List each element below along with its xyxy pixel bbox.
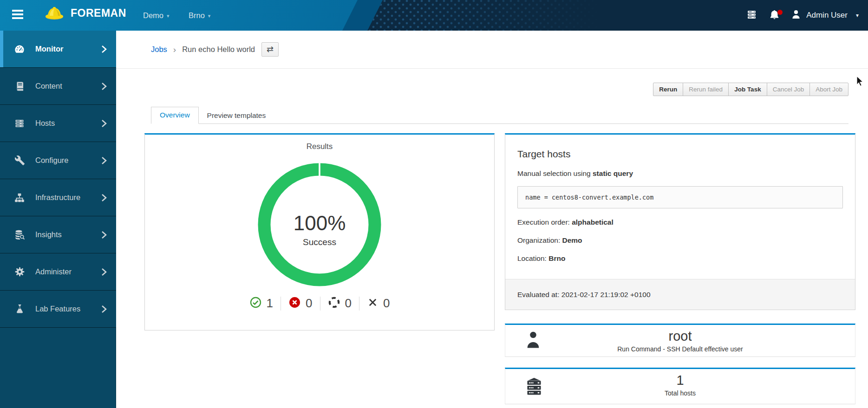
success-check-circle-icon: [249, 296, 262, 311]
selection-mode-prefix: Manual selection using: [517, 169, 593, 177]
host-query-box: name = centos8-convert.example.com: [517, 186, 843, 208]
user-icon: [790, 9, 802, 22]
notification-badge: [777, 10, 783, 15]
sidebar-item-administer[interactable]: Administer: [0, 253, 116, 291]
rerun-button[interactable]: Rerun: [653, 83, 683, 96]
effective-user-description: Run Command - SSH Default effective user: [505, 345, 855, 353]
chevron-down-icon: ▾: [167, 12, 170, 19]
total-hosts-label: Total hosts: [505, 389, 855, 397]
selection-mode-value: static query: [593, 169, 633, 177]
sidebar-item-label: Lab Features: [35, 304, 80, 313]
execution-order-line: Execution order: alphabetical: [517, 218, 843, 227]
chevron-right-icon: [101, 119, 107, 128]
masthead: FOREMAN Demo ▾ Brno ▾: [0, 0, 868, 31]
gear-icon: [14, 266, 25, 278]
swap-arrows-icon: ⇄: [267, 45, 274, 54]
organization-line: Organization: Demo: [517, 236, 843, 245]
sidebar-item-content[interactable]: Content: [0, 68, 116, 105]
job-task-button[interactable]: Job Task: [728, 83, 767, 96]
flask-icon: [14, 304, 25, 315]
results-card: Results 100% Success 1: [144, 133, 495, 330]
evaluated-at-text: Evaluated at: 2021-02-17 21:19:02 +0100: [517, 291, 651, 299]
organization-menu-label: Demo: [143, 11, 163, 20]
masthead-right-toolbar: Admin User ▾: [740, 0, 859, 31]
user-menu[interactable]: Admin User ▾: [786, 9, 859, 22]
cancel-job-button[interactable]: Cancel Job: [767, 83, 810, 96]
chevron-right-icon: [101, 45, 107, 53]
rerun-failed-button[interactable]: Rerun failed: [683, 83, 729, 96]
location-line: Location: Brno: [517, 254, 843, 263]
total-hosts-card: 1 Total hosts: [505, 368, 855, 404]
notifications-button[interactable]: [763, 6, 786, 25]
effective-user-name: root: [505, 329, 855, 344]
sidebar-item-label: Configure: [35, 156, 69, 165]
location-label: Location:: [517, 254, 548, 262]
effective-user-card: root Run Command - SSH Default effective…: [505, 324, 855, 357]
foreman-helmet-logo-icon: [44, 3, 65, 23]
wrench-icon: [14, 155, 25, 166]
organization-menu[interactable]: Demo ▾: [143, 0, 170, 31]
cancelled-x-icon: [367, 297, 379, 310]
results-title: Results: [145, 142, 494, 151]
sidebar-item-label: Insights: [35, 230, 62, 239]
brand[interactable]: FOREMAN: [44, 3, 126, 23]
legend-divider: [320, 297, 320, 311]
sidebar-item-hosts[interactable]: Hosts: [0, 105, 116, 142]
breadcrumb-jobs-link[interactable]: Jobs: [151, 45, 167, 54]
error-x-circle-icon: [288, 296, 301, 311]
execution-order-label: Execution order:: [517, 218, 572, 226]
chevron-right-icon: [101, 156, 107, 165]
legend-cancelled: 0: [367, 296, 390, 311]
tabs-bar: Overview Preview templates: [151, 107, 848, 124]
mouse-cursor: [856, 76, 866, 89]
sidebar-item-label: Infrastructure: [35, 193, 80, 202]
sidebar-item-insights[interactable]: Insights: [0, 216, 116, 253]
sidebar: Monitor Content: [0, 31, 116, 408]
total-hosts-count: 1: [505, 373, 855, 388]
results-legend: 1 0 0: [145, 296, 494, 311]
evaluated-at-footer: Evaluated at: 2021-02-17 21:19:02 +0100: [505, 279, 855, 310]
sidebar-item-monitor[interactable]: Monitor: [0, 31, 116, 68]
legend-divider: [281, 297, 281, 311]
legend-failed: 0: [288, 296, 312, 311]
chevron-down-icon: ▾: [856, 12, 859, 19]
pending-dashed-circle-icon: [328, 296, 340, 311]
brand-name: FOREMAN: [71, 7, 126, 19]
location-menu[interactable]: Brno ▾: [189, 0, 210, 31]
failed-count: 0: [306, 296, 312, 311]
menu-toggle-button[interactable]: [12, 9, 24, 21]
donut-status-label: Success: [303, 237, 336, 247]
chevron-right-icon: [101, 194, 107, 202]
location-value: Brno: [548, 254, 565, 262]
job-action-buttons: Rerun Rerun failed Job Task Cancel Job A…: [653, 83, 848, 96]
chevron-right-icon: [101, 305, 107, 313]
organization-label: Organization:: [517, 236, 562, 244]
book-icon: [14, 81, 25, 92]
server-stack-icon: [14, 118, 25, 129]
content-hosts-button[interactable]: [740, 6, 763, 25]
selection-mode-line: Manual selection using static query: [517, 169, 843, 178]
chevron-right-icon: [101, 82, 107, 91]
tab-preview-templates[interactable]: Preview templates: [199, 108, 274, 124]
abort-job-button[interactable]: Abort Job: [809, 83, 848, 96]
legend-success: 1: [249, 296, 273, 311]
breadcrumb-switcher-button[interactable]: ⇄: [261, 42, 279, 57]
chevron-right-icon: [101, 231, 107, 239]
masthead-dot-pattern: [0, 0, 868, 31]
user-name: Admin User: [806, 11, 848, 20]
chevron-right-icon: [101, 268, 107, 276]
organization-value: Demo: [562, 236, 582, 244]
user-silhouette-icon: [524, 330, 542, 352]
pending-count: 0: [345, 296, 352, 311]
breadcrumb-bar: Jobs › Run echo Hello world ⇄: [116, 31, 868, 69]
chevron-down-icon: ▾: [208, 12, 211, 19]
sidebar-item-infrastructure[interactable]: Infrastructure: [0, 179, 116, 216]
tab-overview[interactable]: Overview: [151, 107, 199, 124]
donut-percent-label: 100%: [294, 212, 346, 234]
sidebar-item-label: Hosts: [35, 119, 55, 128]
breadcrumb-current: Run echo Hello world: [182, 45, 255, 54]
sidebar-item-configure[interactable]: Configure: [0, 142, 116, 179]
sidebar-item-lab-features[interactable]: Lab Features: [0, 291, 116, 328]
target-hosts-card: Target hosts Manual selection using stat…: [505, 133, 855, 310]
execution-order-value: alphabetical: [572, 218, 613, 226]
